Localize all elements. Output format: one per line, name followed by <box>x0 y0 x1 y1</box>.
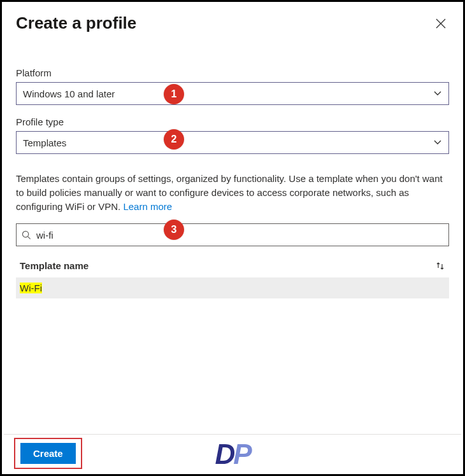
column-header-template-name: Template name <box>20 260 89 271</box>
learn-more-link[interactable]: Learn more <box>123 201 172 212</box>
column-header-row[interactable]: Template name <box>16 258 449 277</box>
svg-line-1 <box>28 236 31 239</box>
close-button[interactable] <box>433 15 449 32</box>
table-row[interactable]: Wi-Fi <box>16 277 449 298</box>
chevron-down-icon <box>433 89 442 98</box>
annotation-badge-1: 1 <box>164 84 184 104</box>
annotation-badge-2: 2 <box>164 129 184 150</box>
platform-value: Windows 10 and later <box>23 88 115 99</box>
page-title: Create a profile <box>16 13 136 33</box>
sort-icon[interactable] <box>435 261 445 271</box>
template-name-cell: Wi-Fi <box>20 283 42 293</box>
annotation-badge-3: 3 <box>164 220 184 240</box>
create-button[interactable]: Create <box>20 443 76 464</box>
profile-type-label: Profile type <box>16 116 449 127</box>
template-search-box[interactable] <box>16 223 449 246</box>
close-icon <box>436 18 446 29</box>
platform-label: Platform <box>16 67 449 78</box>
profile-type-select[interactable]: Templates <box>16 131 449 154</box>
template-description: Templates contain groups of settings, or… <box>16 172 449 213</box>
search-input[interactable] <box>35 229 443 241</box>
chevron-down-icon <box>433 138 442 147</box>
watermark-logo: DP <box>215 438 250 470</box>
search-icon <box>22 230 31 240</box>
description-text: Templates contain groups of settings, or… <box>16 173 443 212</box>
svg-point-0 <box>22 231 28 237</box>
profile-type-value: Templates <box>23 137 66 148</box>
platform-select[interactable]: Windows 10 and later <box>16 82 449 105</box>
create-button-highlight: Create <box>14 438 82 469</box>
